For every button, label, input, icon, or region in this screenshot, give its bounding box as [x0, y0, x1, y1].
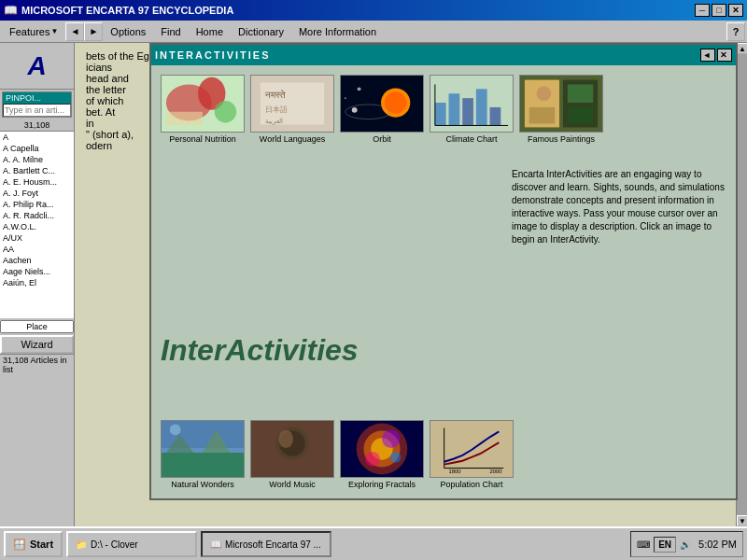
- image-item-population[interactable]: 1800 2000 Population Chart: [430, 420, 514, 489]
- home-menu[interactable]: Home: [189, 21, 231, 42]
- modal-header: INTERACTIVITIES ◄ ✕: [151, 45, 736, 65]
- svg-point-15: [358, 87, 361, 91]
- find-menu[interactable]: Find: [153, 21, 188, 42]
- list-item[interactable]: A/UX: [0, 232, 74, 244]
- climate-label: Climate Chart: [445, 134, 497, 144]
- svg-point-47: [365, 452, 380, 467]
- svg-rect-21: [476, 89, 487, 125]
- list-item[interactable]: A. Philip Ra...: [0, 199, 74, 210]
- list-item[interactable]: A: [0, 132, 74, 143]
- list-item[interactable]: AA: [0, 244, 74, 255]
- svg-point-41: [278, 429, 293, 448]
- svg-rect-19: [449, 93, 460, 125]
- list-item[interactable]: A.W.O.L.: [0, 221, 74, 232]
- natural-label: Natural Wonders: [171, 480, 233, 489]
- taskbar: 🪟 Start 📁 D:\ - Clover 📖 Microsoft Encar…: [0, 526, 747, 560]
- natural-thumbnail[interactable]: [161, 420, 245, 478]
- languages-label: World Languages: [260, 134, 325, 144]
- climate-thumbnail[interactable]: [430, 75, 514, 133]
- orbit-thumbnail[interactable]: [340, 75, 424, 133]
- fractals-thumbnail[interactable]: [340, 420, 424, 478]
- menu-bar: Features ▼ ◄ ► Options Find Home Diction…: [0, 21, 747, 43]
- svg-text:2000: 2000: [490, 469, 503, 474]
- minimize-button[interactable]: ─: [695, 4, 710, 17]
- list-item[interactable]: A. J. Foyt: [0, 188, 74, 199]
- list-item[interactable]: Aachen: [0, 255, 74, 266]
- features-menu[interactable]: Features ▼: [2, 21, 65, 42]
- fractals-label: Exploring Fractals: [348, 480, 416, 489]
- title-bar-left: 📖 MICROSOFT ENCARTA 97 ENCYCLOPEDIA: [4, 4, 233, 17]
- help-button[interactable]: ?: [726, 22, 745, 41]
- list-item[interactable]: Aage Niels...: [0, 266, 74, 277]
- modal-close-button[interactable]: ✕: [717, 49, 732, 62]
- keyboard-icon: ⌨: [637, 539, 650, 550]
- more-information-menu[interactable]: More Information: [291, 21, 384, 42]
- music-thumbnail[interactable]: [250, 420, 334, 478]
- population-thumbnail[interactable]: 1800 2000: [430, 420, 514, 478]
- list-item[interactable]: A. A. Milne: [0, 154, 74, 165]
- modal-header-buttons: ◄ ✕: [700, 49, 732, 62]
- image-item-orbit[interactable]: Orbit: [340, 75, 424, 144]
- pinpoint-title: PINPOI...: [6, 93, 41, 103]
- options-menu[interactable]: Options: [103, 21, 153, 42]
- svg-text:العربية: العربية: [265, 118, 283, 125]
- nutrition-label: Personal Nutrition: [169, 134, 236, 144]
- list-item[interactable]: A. E. Housm...: [0, 176, 74, 188]
- svg-rect-29: [529, 107, 555, 124]
- image-item-natural[interactable]: Natural Wonders: [161, 420, 245, 489]
- scroll-down-button[interactable]: ▼: [737, 515, 747, 526]
- languages-thumbnail[interactable]: नमस्ते 日本語 العربية: [250, 75, 334, 133]
- svg-point-14: [352, 107, 358, 113]
- nutrition-thumbnail[interactable]: [161, 75, 245, 133]
- image-item-climate[interactable]: Climate Chart: [430, 75, 514, 144]
- svg-point-48: [390, 452, 402, 463]
- pinpoint-input[interactable]: [3, 104, 71, 117]
- app-icon: 📖: [4, 4, 18, 17]
- dictionary-menu[interactable]: Dictionary: [231, 21, 291, 42]
- modal-title: INTERACTIVITIES: [155, 49, 271, 61]
- pinpoint-header: PINPOI...: [3, 92, 71, 104]
- encarta-taskbar-button[interactable]: 📖 Microsoft Encarta 97 ...: [201, 531, 331, 557]
- clover-taskbar-button[interactable]: 📁 D:\ - Clover: [66, 531, 197, 557]
- image-item-fractals[interactable]: Exploring Fractals: [340, 420, 424, 489]
- clover-icon: 📁: [76, 539, 87, 550]
- svg-point-12: [385, 91, 406, 113]
- pinpoint-panel: PINPOI...: [2, 91, 72, 118]
- start-icon: 🪟: [13, 539, 26, 551]
- article-list: A A Capella A. A. Milne A. Bartlett C...…: [0, 132, 74, 318]
- paintings-thumbnail[interactable]: [519, 75, 603, 133]
- close-button[interactable]: ✕: [728, 4, 743, 17]
- image-item-nutrition[interactable]: Personal Nutrition: [161, 75, 245, 144]
- description-text: Encarta InterActivities are an engaging …: [512, 168, 726, 246]
- svg-point-37: [170, 425, 181, 436]
- place-input[interactable]: [0, 320, 74, 333]
- nav-back-button[interactable]: ◄: [65, 22, 84, 41]
- title-bar: 📖 MICROSOFT ENCARTA 97 ENCYCLOPEDIA ─ □ …: [0, 0, 747, 21]
- list-item[interactable]: A. R. Radcli...: [0, 210, 74, 221]
- svg-point-28: [537, 86, 552, 101]
- title-bar-text: MICROSOFT ENCARTA 97 ENCYCLOPEDIA: [21, 5, 233, 16]
- wizard-button[interactable]: Wizard: [0, 335, 74, 354]
- music-label: World Music: [269, 480, 315, 489]
- article-count: 31,108: [0, 119, 74, 132]
- list-item[interactable]: A. Bartlett C...: [0, 165, 74, 176]
- list-item[interactable]: Aaiún, El: [0, 277, 74, 288]
- start-button[interactable]: 🪟 Start: [4, 531, 63, 557]
- image-item-music[interactable]: World Music: [250, 420, 334, 489]
- modal-back-button[interactable]: ◄: [700, 49, 715, 62]
- scroll-up-button[interactable]: ▲: [737, 43, 747, 54]
- scroll-track[interactable]: [737, 54, 747, 515]
- svg-point-16: [345, 97, 346, 99]
- interactivities-modal: INTERACTIVITIES ◄ ✕: [149, 43, 738, 500]
- volume-icon: 🔊: [680, 539, 691, 550]
- svg-rect-22: [490, 107, 501, 126]
- nav-forward-button[interactable]: ►: [84, 22, 103, 41]
- image-item-paintings[interactable]: Famous Paintings: [519, 75, 603, 144]
- svg-rect-3: [166, 112, 203, 126]
- image-item-languages[interactable]: नमस्ते 日本語 العربية World Languages: [250, 75, 334, 144]
- sidebar: A PINPOI... 31,108 A A Capella A. A. Mil…: [0, 43, 75, 526]
- list-item[interactable]: A Capella: [0, 143, 74, 154]
- maximize-button[interactable]: □: [712, 4, 726, 17]
- svg-rect-30: [568, 84, 593, 103]
- main-area: A PINPOI... 31,108 A A Capella A. A. Mil…: [0, 43, 747, 526]
